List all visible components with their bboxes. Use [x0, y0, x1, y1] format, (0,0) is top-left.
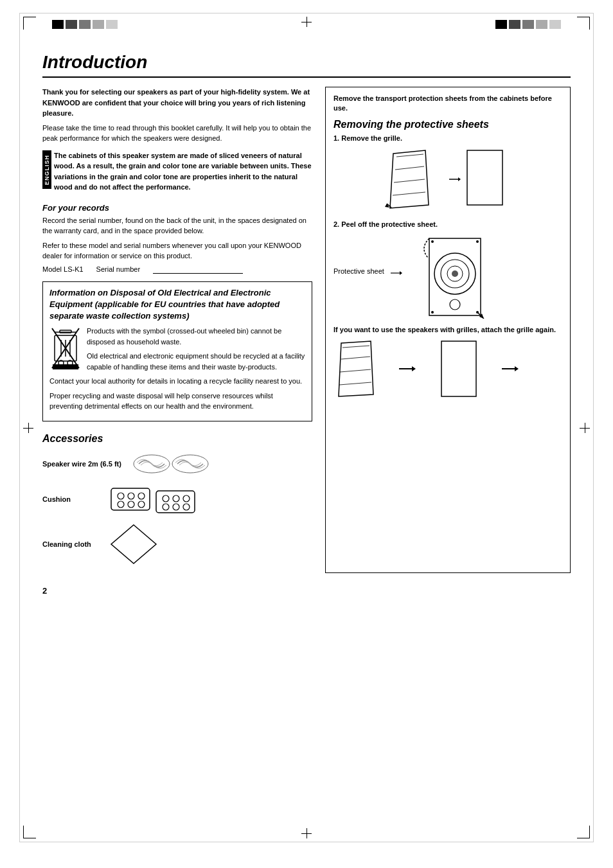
accessory-speaker-wire: Speaker wire 2m (6.5 ft) — [42, 451, 312, 477]
grille-removal-arrow — [448, 147, 512, 211]
cal-block — [509, 20, 520, 29]
grille-again-text: If you want to use the speakers with gri… — [333, 325, 562, 335]
corner-mark-br — [577, 826, 590, 838]
svg-rect-10 — [53, 364, 78, 369]
intro-para1: Please take the time to read through thi… — [42, 123, 312, 144]
accessory-cleaning-cloth: Cleaning cloth — [42, 522, 312, 567]
step1-label: 1. Remove the grille. — [333, 133, 562, 144]
svg-rect-37 — [467, 150, 502, 205]
svg-rect-2 — [60, 330, 71, 333]
corner-mark-tr — [577, 17, 590, 30]
cabinet-no-grille — [461, 147, 512, 211]
bottom-diagrams — [333, 340, 562, 398]
svg-marker-27 — [111, 525, 156, 563]
cal-block — [66, 20, 77, 29]
speaker-peel-icon — [410, 235, 487, 319]
disposal-content: Products with the symbol (crossed-out wh… — [49, 326, 305, 376]
removing-title: Removing the protective sheets — [333, 119, 562, 130]
page-title: Introduction — [42, 52, 571, 78]
svg-point-22 — [173, 495, 179, 502]
crosshair-right — [580, 423, 590, 433]
svg-point-16 — [138, 493, 145, 499]
cal-block — [79, 20, 91, 29]
accessories-title: Accessories — [42, 433, 312, 445]
english-bold-section: ENGLISH The cabinets of this speaker sys… — [42, 150, 312, 197]
english-label: ENGLISH — [42, 150, 51, 189]
svg-point-14 — [118, 493, 124, 499]
corner-mark-tl — [23, 17, 36, 30]
cleaning-cloth-icon — [108, 522, 159, 567]
cal-blocks-tr — [495, 20, 561, 29]
svg-marker-61 — [515, 366, 519, 371]
protective-sheet-label: Protective sheet — [333, 267, 384, 275]
cleaning-cloth-label: Cleaning cloth — [42, 540, 100, 548]
speaker-wire-label: Speaker wire 2m (6.5 ft) — [42, 460, 121, 468]
peel-arrow — [391, 270, 404, 276]
svg-point-42 — [476, 240, 479, 243]
crosshair-left — [23, 423, 33, 433]
disposal-para3: Contact your local authority for details… — [49, 376, 305, 387]
transport-warning: Remove the transport protection sheets f… — [333, 94, 562, 114]
for-your-records-para2: Refer to these model and serial numbers … — [42, 240, 312, 261]
intro-bold-para2: The cabinets of this speaker system are … — [54, 150, 312, 193]
page-number: 2 — [42, 586, 571, 596]
disposal-para1: Products with the symbol (crossed-out wh… — [87, 326, 305, 347]
page: Introduction Thank you for selecting our… — [19, 13, 594, 842]
disposal-text: Products with the symbol (crossed-out wh… — [87, 326, 305, 376]
svg-point-43 — [431, 311, 434, 314]
disposal-box: Information on Disposal of Old Electrica… — [42, 281, 312, 421]
cal-block — [52, 20, 64, 29]
remove-arrow — [448, 173, 461, 186]
svg-point-18 — [128, 501, 134, 508]
svg-point-25 — [173, 504, 179, 510]
disposal-para2: Old electrical and electronic equipment … — [87, 351, 305, 372]
svg-point-26 — [183, 504, 190, 510]
cal-block — [93, 20, 104, 29]
model-label: Model LS-K1 — [42, 265, 84, 273]
intro-bold-para1: Thank you for selecting our speakers as … — [42, 87, 312, 119]
grille-diagrams — [333, 147, 562, 211]
svg-point-48 — [452, 270, 458, 277]
model-value: LS-K1 — [64, 265, 84, 273]
disposal-title: Information on Disposal of Old Electrica… — [49, 287, 305, 323]
cal-blocks-tl — [52, 20, 118, 29]
peel-section: Protective sheet — [333, 235, 562, 319]
left-column: Thank you for selecting our speakers as … — [42, 87, 312, 573]
speaker-bottom-left — [333, 340, 378, 398]
svg-point-24 — [163, 504, 169, 510]
for-your-records-title: For your records — [42, 203, 312, 213]
speaker-wire-icon — [129, 451, 213, 477]
svg-point-19 — [138, 501, 145, 508]
svg-point-21 — [163, 495, 169, 502]
cal-block — [522, 20, 534, 29]
serial-label: Serial number — [96, 265, 140, 273]
svg-point-41 — [431, 240, 434, 243]
svg-rect-59 — [441, 341, 476, 396]
arrow-right-icon — [398, 362, 417, 375]
recycle-bin-icon — [49, 326, 82, 371]
svg-point-17 — [118, 501, 124, 508]
accessory-cushion: Cushion — [42, 483, 312, 515]
svg-marker-39 — [400, 271, 402, 275]
speaker-grille-front — [384, 147, 435, 211]
model-row: Model LS-K1 Serial number — [42, 265, 312, 274]
svg-marker-52 — [339, 341, 373, 396]
step2-label: 2. Peel off the protective sheet. — [333, 219, 562, 230]
right-column: Remove the transport protection sheets f… — [325, 87, 571, 573]
cushion-label: Cushion — [42, 495, 100, 503]
svg-point-15 — [128, 493, 134, 499]
corner-mark-bl — [23, 826, 36, 838]
cal-block — [536, 20, 547, 29]
for-your-records-para1: Record the serial number, found on the b… — [42, 215, 312, 236]
cal-block — [495, 20, 507, 29]
speaker-bottom-right — [436, 340, 481, 398]
cushion-icon — [108, 483, 204, 515]
arrow-right2-icon — [501, 362, 520, 375]
cal-block — [106, 20, 118, 29]
disposal-para4: Proper recycling and waste disposal will… — [49, 391, 305, 412]
serial-line — [153, 265, 243, 274]
cal-block — [549, 20, 561, 29]
svg-point-23 — [183, 495, 190, 502]
crosshair-top — [301, 17, 312, 27]
svg-marker-58 — [412, 366, 416, 371]
